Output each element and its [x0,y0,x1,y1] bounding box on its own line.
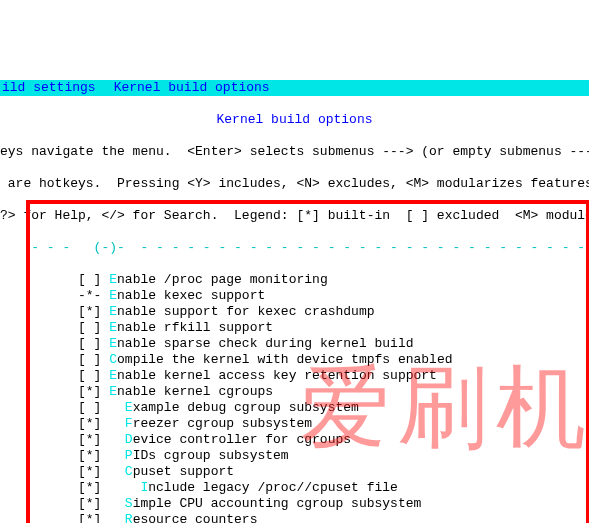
option-row[interactable]: [*] Resource counters [0,512,589,523]
help-text-2: ?> for Help, </> for Search. Legend: [*]… [0,208,589,224]
page-title: Kernel build options [0,112,589,128]
option-row[interactable]: [*] Simple CPU accounting cgroup subsyst… [0,496,589,512]
help-text-1: are hotkeys. Pressing <Y> includes, <N> … [0,176,589,192]
option-row[interactable]: [*] Device controller for cgroups [0,432,589,448]
option-row[interactable]: [*] Freezer cgroup subsystem [0,416,589,432]
option-row[interactable]: [ ] Enable sparse check during kernel bu… [0,336,589,352]
tab-kernel-build-options[interactable]: Kernel build options [114,80,270,95]
option-row[interactable]: [ ] Compile the kernel with device tmpfs… [0,352,589,368]
option-row[interactable]: [*] PIDs cgroup subsystem [0,448,589,464]
option-row[interactable]: [*] Enable support for kexec crashdump [0,304,589,320]
option-row[interactable]: [ ] Example debug cgroup subsystem [0,400,589,416]
option-row[interactable]: [*] Cpuset support [0,464,589,480]
option-row[interactable]: [*] Enable kernel cgroups [0,384,589,400]
tab-bar: ild settingsKernel build options [0,80,589,96]
option-list[interactable]: [ ] Enable /proc page monitoring -*- Ena… [0,272,589,523]
option-row[interactable]: [ ] Enable rfkill support [0,320,589,336]
option-row[interactable]: [ ] Enable kernel access key retention s… [0,368,589,384]
option-row[interactable]: [*] Include legacy /proc//cpuset file [0,480,589,496]
help-text-0: eys navigate the menu. <Enter> selects s… [0,144,589,160]
scroll-marker: - - - (-)- - - - - - - - - - - - - - - -… [0,240,589,256]
tab-build-settings[interactable]: ild settings [2,80,96,95]
option-row[interactable]: [ ] Enable /proc page monitoring [0,272,589,288]
option-row[interactable]: -*- Enable kexec support [0,288,589,304]
